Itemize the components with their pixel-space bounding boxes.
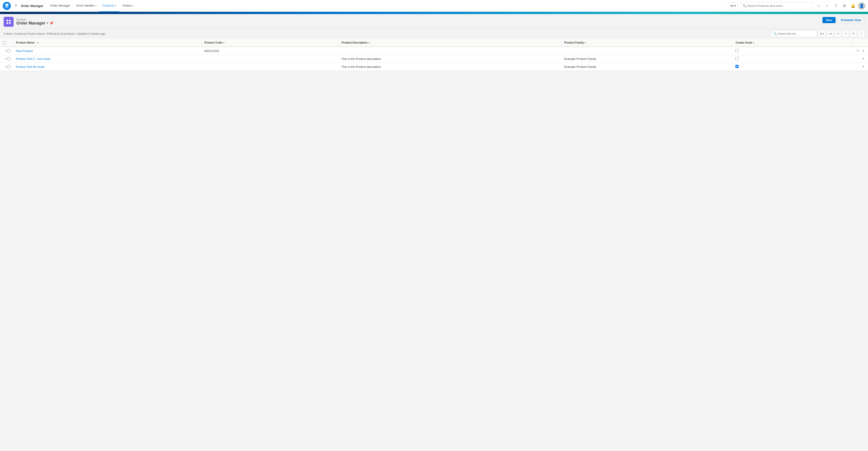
row-actions-cell: ✎ ▾ <box>852 47 868 55</box>
product-name-link[interactable]: New Product <box>16 49 33 53</box>
create-asset-cell <box>733 47 852 55</box>
table-header-row: Product Name ↑ ▾ Product Code ▾ Product … <box>0 39 868 47</box>
add-icon[interactable]: ＋ <box>824 2 831 9</box>
sharing-button[interactable]: ⇈ <box>850 31 857 37</box>
table-row: 3 Product Test for Asset This is the Pro… <box>0 63 868 71</box>
refresh-icon: ↻ <box>837 32 839 35</box>
svg-rect-3 <box>9 22 11 24</box>
refresh-button[interactable]: ↻ <box>835 31 841 37</box>
header-create-asset[interactable]: Create Asset ▾ <box>733 39 852 47</box>
list-controls: 🔍 ⚙ ▾ ≡ ▾ ↻ ✎ ⇈ ▽ <box>771 31 864 37</box>
column-settings-button[interactable]: ⚙ ▾ <box>818 31 826 37</box>
list-info: 3 items • Sorted by Product Name • Filte… <box>4 32 105 35</box>
product-code-cell <box>202 63 339 71</box>
row-number: 2 <box>3 57 6 60</box>
nav-tab-orders[interactable]: Orders ▾ <box>119 0 137 12</box>
row-edit-button[interactable]: ✎ <box>855 49 860 53</box>
chevron-down-icon: ▾ <box>115 4 116 7</box>
header-product-description[interactable]: Product Description ▾ <box>339 39 561 47</box>
chevron-down-icon: ▾ <box>823 32 824 35</box>
create-asset-checkbox[interactable] <box>736 65 739 68</box>
row-menu-button[interactable]: ▾ <box>861 49 865 53</box>
filter-button[interactable]: ▽ <box>858 31 864 37</box>
chevron-down-icon: ▾ <box>734 4 736 7</box>
product-description-cell <box>339 47 561 55</box>
row-number: 1 <box>3 50 6 52</box>
product-family-cell: Example Product Family <box>561 55 733 63</box>
row-menu-button[interactable]: ▾ <box>861 57 865 61</box>
create-asset-checkbox[interactable] <box>736 57 739 60</box>
nav-tab-products[interactable]: Products ▾ <box>99 0 119 12</box>
top-nav-right: ☆ ＋ ? ⚙ 🔔 👤 <box>815 2 865 9</box>
product-name-link[interactable]: Product Test 2 - non Asset <box>16 57 50 61</box>
setup-icon[interactable]: ⚙ <box>841 2 848 9</box>
edit-columns-button[interactable]: ✎ <box>843 31 849 37</box>
product-description-cell: This is the Product description. <box>339 55 561 63</box>
new-button[interactable]: New <box>823 17 836 23</box>
product-family-cell <box>561 47 733 55</box>
column-menu-icon[interactable]: ▾ <box>753 41 754 44</box>
nav-tab-error-handler[interactable]: Error Handler ▾ <box>73 0 99 12</box>
row-actions-cell: ▾ <box>852 63 868 71</box>
product-name-cell: New Product <box>13 47 202 55</box>
row-checkbox[interactable] <box>7 65 10 68</box>
row-checkbox-cell: 3 <box>0 63 13 71</box>
create-asset-cell <box>733 63 852 71</box>
product-code-cell <box>202 55 339 63</box>
user-avatar[interactable]: 👤 <box>858 2 865 9</box>
svg-rect-1 <box>9 20 11 21</box>
row-menu-button[interactable]: ▾ <box>861 65 865 69</box>
global-search-input[interactable] <box>747 4 811 7</box>
header-product-family[interactable]: Product Family ▾ <box>561 39 733 47</box>
select-all-checkbox[interactable] <box>3 41 6 44</box>
search-scope-selector[interactable]: All ▾ <box>728 2 738 9</box>
nav-tabs: Order Manager Error Handler ▾ Products ▾… <box>47 0 726 12</box>
products-table-container: Product Name ↑ ▾ Product Code ▾ Product … <box>0 39 868 71</box>
row-checkbox[interactable] <box>7 57 10 60</box>
waffle-icon[interactable]: ⠿ <box>13 3 19 9</box>
page-title-text: Order Manager <box>16 21 45 26</box>
product-family-cell: Example Product Family <box>561 63 733 71</box>
help-icon[interactable]: ? <box>832 2 839 9</box>
list-search-bar[interactable]: 🔍 <box>771 31 817 37</box>
list-search-input[interactable] <box>778 32 815 35</box>
list-toolbar: 3 items • Sorted by Product Name • Filte… <box>0 29 868 39</box>
nav-tab-order-manager[interactable]: Order Manager <box>47 0 73 12</box>
column-menu-icon[interactable]: ▾ <box>37 41 38 44</box>
printable-view-button[interactable]: Printable View <box>837 17 864 23</box>
header-checkbox-cell <box>0 39 13 47</box>
header-band <box>0 12 868 14</box>
global-search-bar[interactable]: 🔍 <box>741 2 813 9</box>
page-title-dropdown-icon[interactable]: ▾ <box>47 22 48 25</box>
row-actions-cell: ▾ <box>852 55 868 63</box>
notifications-icon[interactable]: 🔔 <box>849 2 857 9</box>
density-button[interactable]: ≡ ▾ <box>827 31 834 37</box>
salesforce-logo[interactable] <box>3 2 11 10</box>
chevron-down-icon: ▾ <box>95 4 96 7</box>
column-menu-icon[interactable]: ▾ <box>369 41 370 44</box>
app-name: Order Manager <box>21 4 43 8</box>
product-description-cell: This is the Product description. <box>339 63 561 71</box>
create-asset-cell <box>733 55 852 63</box>
row-checkbox[interactable] <box>7 49 10 52</box>
table-row: 1 New Product 000112222 ✎ ▾ <box>0 47 868 55</box>
row-checkbox-cell: 1 <box>0 47 13 55</box>
share-icon: ⇈ <box>852 32 855 35</box>
chevron-down-icon: ▾ <box>831 32 832 35</box>
column-menu-icon[interactable]: ▾ <box>223 41 224 44</box>
density-icon: ≡ <box>829 32 830 35</box>
header-product-name[interactable]: Product Name ↑ ▾ <box>13 39 202 47</box>
row-checkbox-cell: 2 <box>0 55 13 63</box>
favorites-icon[interactable]: ☆ <box>815 2 822 9</box>
table-row: 2 Product Test 2 - non Asset This is the… <box>0 55 868 63</box>
product-code-cell: 000112222 <box>202 47 339 55</box>
product-name-link[interactable]: Product Test for Asset <box>16 65 44 68</box>
pin-icon[interactable]: 📌 <box>50 21 53 25</box>
svg-rect-2 <box>7 22 8 24</box>
column-menu-icon[interactable]: ▾ <box>585 41 586 44</box>
chevron-down-icon: ▾ <box>132 4 134 7</box>
search-icon: 🔍 <box>774 32 777 35</box>
top-nav: ⠿ Order Manager Order Manager Error Hand… <box>0 0 868 12</box>
create-asset-checkbox[interactable] <box>736 49 739 52</box>
header-product-code[interactable]: Product Code ▾ <box>202 39 339 47</box>
